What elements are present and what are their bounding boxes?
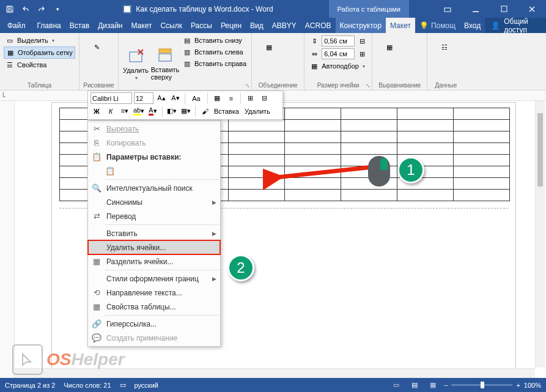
col-width-input[interactable]: ⇔⊞ bbox=[308, 48, 368, 60]
dist-cols-icon[interactable]: ⊞ bbox=[357, 49, 367, 59]
tab-references[interactable]: Ссылк bbox=[156, 18, 186, 33]
redo-icon[interactable] bbox=[34, 2, 49, 17]
menu-table-properties[interactable]: ▦Свойства таблицы... bbox=[88, 300, 220, 314]
properties-button[interactable]: ☰Свойства bbox=[4, 59, 75, 70]
highlight-icon[interactable]: ab▾ bbox=[133, 105, 145, 117]
border-icon[interactable]: ▦ bbox=[211, 92, 223, 104]
context-tab-title: Работа с таблицами bbox=[329, 0, 409, 18]
styles-icon[interactable]: Aa bbox=[188, 92, 204, 104]
dist-rows-icon[interactable]: ⊟ bbox=[357, 36, 367, 46]
status-page[interactable]: Страница 2 из 2 bbox=[5, 382, 55, 389]
font-family-select[interactable] bbox=[90, 92, 132, 104]
shading-icon[interactable]: ◧▾ bbox=[166, 105, 178, 117]
status-spellcheck-icon[interactable]: ▭ bbox=[120, 381, 126, 389]
menu-cut[interactable]: ✂Вырезать bbox=[88, 122, 220, 136]
comment-icon: 💬 bbox=[92, 333, 101, 343]
menu-new-comment[interactable]: 💬Создать примечание bbox=[88, 331, 220, 345]
insert-right-button[interactable]: ▥Вставить справа bbox=[181, 58, 248, 69]
menu-translate[interactable]: ⇄Перевод bbox=[88, 209, 220, 223]
tab-abbyy[interactable]: ABBYY bbox=[268, 18, 301, 33]
alignment-button[interactable]: ▦ bbox=[376, 35, 403, 57]
zoom-in-icon[interactable]: + bbox=[516, 382, 520, 389]
grow-font-icon[interactable]: A▴ bbox=[155, 92, 168, 104]
mini-insert-label[interactable]: Вставка bbox=[214, 108, 239, 115]
group-merge: ▦ Объединение bbox=[252, 33, 304, 90]
menu-delete-cells[interactable]: Удалить ячейки... bbox=[88, 240, 220, 254]
tab-layout[interactable]: Макет bbox=[127, 18, 156, 33]
menu-border-styles[interactable]: Стили оформления границ▶ bbox=[88, 272, 220, 286]
mini-toolbar: A▴ A▾ Aa ▦ ≡ ⊞ ⊟ Ж К ≡▾ ab▾ A▾ ◧▾ ▦▾ 🖌 В… bbox=[87, 91, 283, 120]
zoom-slider[interactable] bbox=[451, 384, 512, 386]
vertical-ruler[interactable] bbox=[0, 101, 15, 378]
tab-view[interactable]: Вид bbox=[246, 18, 268, 33]
gridlines-button[interactable]: ▦Отобразить сетку bbox=[4, 46, 75, 59]
tab-home[interactable]: Главна bbox=[33, 18, 65, 33]
tell-me[interactable]: 💡Помощ bbox=[415, 18, 460, 33]
qat-more-icon[interactable]: ▾ bbox=[50, 2, 65, 17]
borders-icon[interactable]: ▦▾ bbox=[180, 105, 192, 117]
ribbon: ▭Выделить▾ ▦Отобразить сетку ☰Свойства Т… bbox=[0, 33, 546, 91]
mini-delete-icon[interactable]: ⊟ bbox=[258, 92, 270, 104]
italic-icon[interactable]: К bbox=[105, 105, 117, 117]
zoom-level[interactable]: 100% bbox=[524, 382, 541, 389]
menu-copy[interactable]: ⎘Копировать bbox=[88, 136, 220, 150]
dialog-launcher-icon[interactable]: ⤡ bbox=[366, 83, 371, 89]
cursor-annotation bbox=[368, 156, 390, 187]
mini-delete-label[interactable]: Удалить bbox=[245, 108, 270, 115]
menu-synonyms[interactable]: Синонимы▶ bbox=[88, 195, 220, 209]
view-read-icon[interactable]: ▭ bbox=[389, 379, 404, 391]
tab-file[interactable]: Файл bbox=[0, 18, 33, 33]
tab-table-design[interactable]: Конструктор bbox=[336, 18, 386, 33]
minimize-icon[interactable] bbox=[462, 0, 490, 18]
menu-text-direction[interactable]: ⟲Направление текста... bbox=[88, 286, 220, 300]
status-language[interactable]: русский bbox=[135, 382, 158, 389]
insert-below-icon: ▤ bbox=[182, 35, 192, 45]
ribbon-display-icon[interactable] bbox=[433, 0, 462, 18]
bold-icon[interactable]: Ж bbox=[90, 105, 103, 117]
menu-insert[interactable]: Вставить▶ bbox=[88, 226, 220, 240]
status-words[interactable]: Число слов: 21 bbox=[64, 382, 111, 389]
context-menu: ✂Вырезать ⎘Копировать 📋Параметры вставки… bbox=[87, 120, 221, 347]
draw-button[interactable]: ✎ bbox=[83, 35, 110, 57]
insert-left-button[interactable]: ▥Вставить слева bbox=[181, 46, 248, 57]
save-icon[interactable] bbox=[2, 2, 17, 17]
underline-icon[interactable]: ≡▾ bbox=[119, 105, 131, 117]
zoom-out-icon[interactable]: − bbox=[444, 382, 448, 389]
vertical-scrollbar[interactable] bbox=[535, 101, 545, 368]
delete-button[interactable]: Удалить▾ bbox=[122, 35, 149, 89]
tab-review[interactable]: Рецен bbox=[216, 18, 246, 33]
insert-below-button[interactable]: ▤Вставить снизу bbox=[181, 35, 248, 46]
tab-design[interactable]: Дизайн bbox=[94, 18, 127, 33]
row-height-input[interactable]: ⇕⊟ bbox=[308, 35, 368, 47]
select-button[interactable]: ▭Выделить▾ bbox=[4, 35, 75, 46]
view-print-icon[interactable]: ▤ bbox=[407, 379, 422, 391]
menu-split-cells[interactable]: ▦Разделить ячейки... bbox=[88, 254, 220, 268]
table-props-icon: ▦ bbox=[92, 302, 101, 312]
menu-smart-lookup[interactable]: 🔍Интеллектуальный поиск bbox=[88, 181, 220, 195]
data-button[interactable]: ☷ bbox=[431, 35, 458, 57]
close-icon[interactable] bbox=[518, 0, 546, 18]
mini-insert-icon[interactable]: ⊞ bbox=[244, 92, 256, 104]
insert-left-icon: ▥ bbox=[182, 47, 192, 57]
height-icon: ⇕ bbox=[309, 36, 319, 46]
tab-table-layout[interactable]: Макет bbox=[386, 18, 415, 33]
font-color-icon[interactable]: A▾ bbox=[147, 105, 159, 117]
tab-insert[interactable]: Встав bbox=[65, 18, 94, 33]
maximize-icon[interactable] bbox=[490, 0, 518, 18]
tab-acrobat[interactable]: ACROB bbox=[301, 18, 336, 33]
login-button[interactable]: Вход bbox=[460, 18, 485, 33]
autofit-button[interactable]: ▦Автоподбор▾ bbox=[308, 61, 368, 72]
dialog-launcher-icon[interactable]: ⤡ bbox=[245, 83, 250, 89]
font-size-select[interactable] bbox=[134, 92, 153, 104]
tab-mailings[interactable]: Рассы bbox=[186, 18, 216, 33]
merge-button[interactable]: ▦ bbox=[256, 35, 282, 57]
insert-above-button[interactable]: Вставить сверху bbox=[152, 35, 179, 89]
format-painter-icon[interactable]: 🖌 bbox=[199, 105, 211, 117]
undo-icon[interactable] bbox=[18, 2, 33, 17]
align-icon[interactable]: ≡ bbox=[225, 92, 237, 104]
menu-hyperlink[interactable]: 🔗Гиперссылка... bbox=[88, 317, 220, 331]
view-web-icon[interactable]: ▦ bbox=[426, 379, 440, 391]
menu-paste-option[interactable]: 📋 bbox=[88, 164, 220, 178]
shrink-font-icon[interactable]: A▾ bbox=[169, 92, 182, 104]
share-button[interactable]: 👤Общий доступ bbox=[485, 18, 546, 33]
